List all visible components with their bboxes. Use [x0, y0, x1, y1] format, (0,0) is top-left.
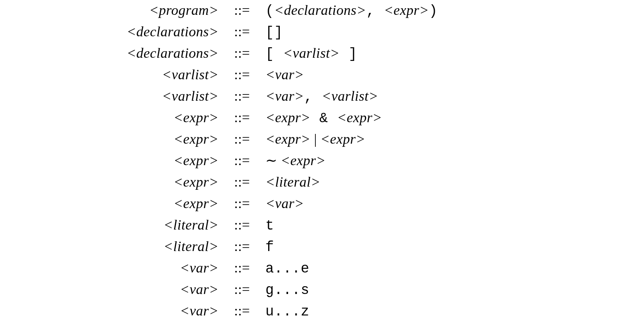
grammar-rule-row: <var>::=a...e [74, 261, 644, 282]
rule-rhs: <literal> [265, 175, 644, 189]
terminal: a...e [265, 261, 310, 277]
rule-operator: ::= [219, 196, 265, 210]
rule-rhs: f [265, 239, 644, 255]
rule-rhs: <var> [265, 68, 644, 82]
rule-lhs: <expr> [74, 175, 219, 189]
rule-operator: ::= [219, 68, 265, 82]
rule-operator: ::= [219, 239, 265, 253]
terminal: f [265, 239, 274, 255]
rule-rhs: <var>, <varlist> [265, 89, 644, 104]
rule-operator: ::= [219, 46, 265, 60]
terminal: g...s [265, 282, 310, 298]
nonterminal: <var> [265, 88, 304, 104]
grammar-table: <program>::=(<declarations>, <expr>)<dec… [74, 3, 644, 325]
nonterminal: <var> [265, 67, 304, 82]
grammar-rule-row: <var>::=g...s [74, 282, 644, 304]
nonterminal: <expr> [281, 153, 326, 168]
rule-lhs: <varlist> [74, 89, 219, 103]
terminal: ) [429, 3, 438, 19]
grammar-rule-row: <expr>::=<expr> | <expr> [74, 132, 644, 153]
grammar-rule-row: <literal>::=t [74, 218, 644, 239]
rule-rhs: ∼ <expr> [265, 153, 644, 167]
rule-operator: ::= [219, 89, 265, 103]
nonterminal: <varlist> [283, 45, 340, 61]
rule-rhs: <expr> | <expr> [265, 132, 644, 146]
nonterminal: <expr> [337, 110, 382, 125]
rule-lhs: <declarations> [74, 46, 219, 60]
terminal: [] [265, 25, 283, 41]
terminal: u...z [265, 304, 310, 320]
grammar-rule-row: <declarations>::=[ <varlist> ] [74, 46, 644, 68]
nonterminal: <expr> [265, 110, 311, 125]
nonterminal: <var> [265, 196, 304, 211]
rule-lhs: <program> [74, 3, 219, 17]
rule-lhs: <literal> [74, 239, 219, 253]
grammar-rule-row: <program>::=(<declarations>, <expr>) [74, 3, 644, 25]
rule-lhs: <expr> [74, 132, 219, 146]
terminal: ] [340, 46, 357, 62]
rule-lhs: <var> [74, 282, 219, 296]
nonterminal: <expr> [384, 2, 429, 18]
nonterminal: <varlist> [322, 88, 378, 104]
terminal: , [366, 3, 384, 19]
rule-operator: ::= [219, 153, 265, 167]
grammar-rule-row: <expr>::=<literal> [74, 175, 644, 196]
nonterminal: <expr> [320, 131, 366, 147]
grammar-rule-row: <expr>::=<var> [74, 196, 644, 218]
rule-lhs: <varlist> [74, 68, 219, 82]
terminal: , [304, 89, 322, 105]
rule-rhs: [] [265, 25, 644, 40]
terminal: & [311, 110, 337, 126]
rule-operator: ::= [219, 282, 265, 296]
rule-rhs: a...e [265, 261, 644, 276]
rule-lhs: <expr> [74, 153, 219, 167]
grammar-rule-row: <expr>::=<expr> & <expr> [74, 110, 644, 132]
rule-lhs: <expr> [74, 110, 219, 125]
symbol: ∼ [265, 153, 281, 168]
rule-rhs: <var> [265, 196, 644, 210]
grammar-rule-row: <var>::=u...z [74, 304, 644, 325]
rule-operator: ::= [219, 25, 265, 39]
grammar-rule-row: <varlist>::=<var> [74, 68, 644, 89]
rule-operator: ::= [219, 132, 265, 146]
rule-rhs: [ <varlist> ] [265, 46, 644, 61]
terminal: ( [265, 3, 274, 19]
rule-rhs: (<declarations>, <expr>) [265, 3, 644, 18]
rule-operator: ::= [219, 3, 265, 17]
nonterminal: <literal> [265, 174, 320, 190]
rule-rhs: <expr> & <expr> [265, 110, 644, 126]
grammar-rule-row: <literal>::=f [74, 239, 644, 261]
nonterminal: <expr> [265, 131, 311, 147]
terminal: t [265, 218, 274, 234]
rule-lhs: <var> [74, 304, 219, 318]
rule-rhs: u...z [265, 304, 644, 319]
rule-operator: ::= [219, 261, 265, 275]
symbol: | [311, 131, 320, 147]
rule-operator: ::= [219, 304, 265, 318]
rule-lhs: <declarations> [74, 25, 219, 39]
rule-operator: ::= [219, 175, 265, 189]
rule-lhs: <expr> [74, 196, 219, 210]
rule-operator: ::= [219, 218, 265, 232]
rule-rhs: t [265, 218, 644, 233]
grammar-rule-row: <expr>::=∼ <expr> [74, 153, 644, 175]
rule-operator: ::= [219, 110, 265, 125]
terminal: [ [265, 46, 283, 62]
rule-lhs: <literal> [74, 218, 219, 232]
nonterminal: <declarations> [274, 2, 366, 18]
rule-rhs: g...s [265, 282, 644, 297]
grammar-rule-row: <declarations>::=[] [74, 25, 644, 46]
grammar-rule-row: <varlist>::=<var>, <varlist> [74, 89, 644, 110]
rule-lhs: <var> [74, 261, 219, 275]
